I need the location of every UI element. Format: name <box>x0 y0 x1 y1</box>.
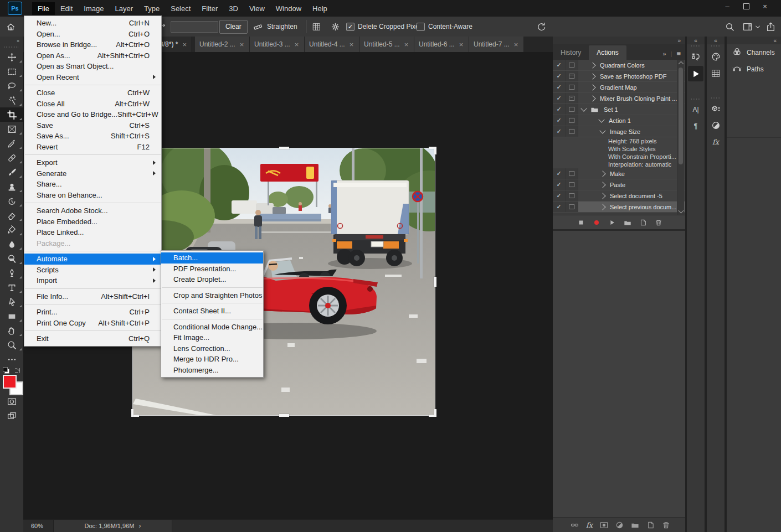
menu-item-import[interactable]: Import <box>24 275 161 286</box>
brush-tool[interactable] <box>0 165 23 179</box>
toolbar-grip[interactable] <box>4 47 19 48</box>
toggle-check-icon[interactable]: ✓ <box>556 203 561 210</box>
menu-item-search-adobe-stock[interactable]: Search Adobe Stock... <box>24 205 161 216</box>
scrollbar-thumb[interactable] <box>679 68 683 164</box>
channels-panel-button[interactable]: Channels <box>727 44 781 61</box>
collapse-twisty-icon[interactable] <box>580 105 587 111</box>
menu-item-place-embedded[interactable]: Place Embedded... <box>24 216 161 228</box>
quickmask-tool[interactable] <box>0 394 23 409</box>
actions-scrollbar[interactable] <box>677 60 684 215</box>
swatches-panel-icon[interactable] <box>707 65 725 81</box>
modal-dialog-icon[interactable] <box>568 95 576 102</box>
eraser-tool[interactable] <box>0 208 23 223</box>
menu-item-generate[interactable]: Generate <box>24 168 161 179</box>
action-row-save-as-photoshop-pdf[interactable]: ✓Save as Photoshop PDF <box>553 71 685 82</box>
document-tab-untitled-3[interactable]: Untitled-3 ...× <box>250 37 305 52</box>
menu-item-lens-correction[interactable]: Lens Correction... <box>161 343 263 354</box>
panel-grip[interactable] <box>711 45 720 47</box>
menu-item-open[interactable]: Open...Ctrl+O <box>24 29 161 40</box>
menu-item-save[interactable]: SaveCtrl+S <box>24 120 161 131</box>
expand-twisty-icon[interactable] <box>589 95 595 101</box>
menu-item-contact-sheet-ii[interactable]: Contact Sheet II... <box>161 306 263 317</box>
tab-close-icon[interactable]: × <box>404 40 409 49</box>
scroll-up-icon[interactable] <box>679 61 684 67</box>
toggle-check-icon[interactable]: ✓ <box>556 170 561 177</box>
action-row-set-1[interactable]: ✓Set 1 <box>553 104 685 115</box>
default-colors-icon[interactable] <box>3 367 9 374</box>
delete-icon[interactable] <box>662 521 670 529</box>
scroll-down-icon[interactable] <box>679 208 684 214</box>
action-row-image-size[interactable]: ✓Image Size <box>553 126 685 137</box>
hand-tool[interactable] <box>0 323 23 338</box>
dodge-tool[interactable] <box>0 251 23 266</box>
menubar-item-edit[interactable]: Edit <box>55 2 78 15</box>
toggle-check-icon[interactable]: ✓ <box>556 181 561 188</box>
menu-item-batch[interactable]: Batch... <box>161 252 263 264</box>
menu-item-place-linked[interactable]: Place Linked... <box>24 227 161 238</box>
share-icon[interactable] <box>764 20 777 33</box>
dialog-toggle-box-icon[interactable] <box>568 203 576 210</box>
magic-wand-tool[interactable] <box>0 93 23 107</box>
menu-item-automate[interactable]: Automate <box>24 254 161 265</box>
menubar-item-window[interactable]: Window <box>270 2 307 15</box>
expand-twisty-icon[interactable] <box>599 171 605 177</box>
folder-icon[interactable] <box>631 521 639 529</box>
action-row-action-1[interactable]: ✓Action 1 <box>553 115 685 126</box>
action-row-mixer-brush-cloning-paint[interactable]: ✓Mixer Brush Cloning Paint ... <box>553 93 685 104</box>
menu-item-fit-image[interactable]: Fit Image... <box>161 332 263 343</box>
tab-close-icon[interactable]: × <box>350 40 354 49</box>
search-icon[interactable] <box>723 20 736 33</box>
crop-overlay-options-icon[interactable] <box>310 20 322 33</box>
zoom-level-field[interactable]: 60% <box>31 523 53 529</box>
zoom-tool[interactable] <box>0 338 23 352</box>
document-tab-untitled-5[interactable]: Untitled-5 ...× <box>359 37 414 52</box>
screenmode-tool[interactable] <box>0 409 23 423</box>
status-chevron-icon[interactable]: › <box>138 522 141 530</box>
toggle-check-icon[interactable]: ✓ <box>556 73 561 80</box>
menu-item-open-as[interactable]: Open As...Alt+Shift+Ctrl+O <box>24 50 161 61</box>
menubar-item-file[interactable]: File <box>32 2 55 15</box>
content-aware-checkbox[interactable]: ✓ <box>417 23 425 31</box>
character-panel-icon[interactable]: A| <box>687 102 705 117</box>
menubar-item-image[interactable]: Image <box>78 2 109 15</box>
panel-grip[interactable] <box>711 97 720 99</box>
menu-item-revert[interactable]: RevertF12 <box>24 142 161 153</box>
minimize-icon[interactable]: – <box>718 0 737 12</box>
straighten-label[interactable]: Straighten <box>267 23 297 30</box>
history-panel-icon[interactable] <box>687 49 705 64</box>
toggle-check-icon[interactable]: ✓ <box>556 192 561 199</box>
crop-tool[interactable] <box>0 107 23 122</box>
delete-cropped-pixels-label[interactable]: Delete Cropped Pixels <box>358 23 424 30</box>
crop-handle-right[interactable] <box>434 277 436 287</box>
straighten-icon[interactable] <box>251 20 264 33</box>
crop-handle-top[interactable] <box>279 147 289 149</box>
menubar-item-type[interactable]: Type <box>138 2 165 15</box>
tab-close-icon[interactable]: × <box>459 40 464 49</box>
menubar-item-help[interactable]: Help <box>307 2 333 15</box>
history-brush-tool[interactable] <box>0 194 23 208</box>
content-aware-label[interactable]: Content-Aware <box>428 23 472 30</box>
menu-item-photomerge[interactable]: Photomerge... <box>161 365 263 376</box>
panel-collapse-icon[interactable]: « <box>694 38 697 44</box>
crop-handle-bottom[interactable] <box>279 414 289 417</box>
healing-brush-tool[interactable] <box>0 151 23 165</box>
menubar-item-select[interactable]: Select <box>165 2 196 15</box>
menu-item-close[interactable]: CloseCtrl+W <box>24 87 161 99</box>
eyedropper-tool[interactable] <box>0 136 23 151</box>
actions-panel-icon[interactable] <box>688 66 703 81</box>
workspace-icon[interactable] <box>741 20 753 33</box>
action-row-paste[interactable]: ✓Paste <box>553 179 685 190</box>
delete-button[interactable] <box>655 219 662 226</box>
crop-handle-top-right[interactable] <box>434 147 436 154</box>
collapse-twisty-icon[interactable] <box>598 116 604 122</box>
panel-tab-history[interactable]: History <box>553 45 589 60</box>
menu-item-export[interactable]: Export <box>24 157 161 168</box>
paths-panel-button[interactable]: Paths <box>727 61 781 78</box>
dialog-toggle-box-icon[interactable] <box>568 181 576 188</box>
blur-tool[interactable] <box>0 237 23 251</box>
path-select-tool[interactable] <box>0 295 23 309</box>
tab-close-icon[interactable]: × <box>514 40 518 49</box>
action-row-select-document-5[interactable]: ✓Select document -5 <box>553 190 685 202</box>
modal-dialog-icon[interactable] <box>568 73 576 80</box>
stop-button[interactable] <box>577 219 585 226</box>
